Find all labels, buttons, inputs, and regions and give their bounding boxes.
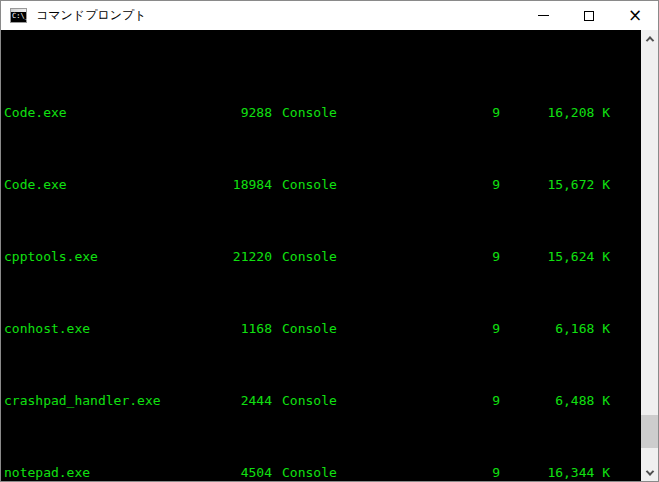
process-pid: 21220	[204, 248, 272, 266]
minimize-button[interactable]	[520, 1, 566, 30]
process-name: cpptools.exe	[4, 248, 204, 266]
process-mem-usage: 15,624 K	[500, 248, 610, 266]
process-session-name: Console	[282, 464, 412, 481]
minimize-icon	[538, 15, 549, 16]
process-session-number: 9	[412, 248, 500, 266]
process-name: Code.exe	[4, 176, 204, 194]
process-name: Code.exe	[4, 104, 204, 122]
process-session-number: 9	[412, 464, 500, 481]
process-name: conhost.exe	[4, 320, 204, 338]
process-session-name: Console	[282, 248, 412, 266]
column-gap	[272, 464, 282, 481]
table-row: notepad.exe 4504 Console 9 16,344 K	[4, 464, 641, 481]
process-session-number: 9	[412, 104, 500, 122]
close-icon: ×	[628, 7, 642, 24]
process-session-number: 9	[412, 176, 500, 194]
process-session-name: Console	[282, 104, 412, 122]
process-mem-usage: 6,488 K	[500, 392, 610, 410]
process-pid: 18984	[204, 176, 272, 194]
table-row: Code.exe 18984 Console 9 15,672 K	[4, 176, 641, 194]
scrollbar[interactable]	[641, 30, 658, 481]
maximize-button[interactable]	[566, 1, 612, 30]
window-controls: ×	[520, 1, 658, 30]
process-session-number: 9	[412, 392, 500, 410]
process-session-number: 9	[412, 320, 500, 338]
process-session-name: Console	[282, 176, 412, 194]
process-name: crashpad_handler.exe	[4, 392, 204, 410]
process-session-name: Console	[282, 392, 412, 410]
column-gap	[272, 104, 282, 122]
process-pid: 9288	[204, 104, 272, 122]
column-gap	[272, 392, 282, 410]
cmd-icon	[10, 8, 27, 23]
process-pid: 4504	[204, 464, 272, 481]
close-button[interactable]: ×	[612, 1, 658, 30]
process-pid: 1168	[204, 320, 272, 338]
scroll-up-button[interactable]	[641, 30, 658, 47]
chevron-down-icon	[645, 467, 653, 475]
table-row: cpptools.exe 21220 Console 9 15,624 K	[4, 248, 641, 266]
process-list: Code.exe 9288 Console 9 16,208 K Code.ex…	[4, 68, 641, 481]
console-output[interactable]: Code.exe 9288 Console 9 16,208 K Code.ex…	[1, 30, 641, 481]
process-pid: 2444	[204, 392, 272, 410]
process-mem-usage: 15,672 K	[500, 176, 610, 194]
table-row: crashpad_handler.exe 2444 Console 9 6,48…	[4, 392, 641, 410]
column-gap	[272, 248, 282, 266]
window-body: Code.exe 9288 Console 9 16,208 K Code.ex…	[1, 30, 658, 481]
scroll-thumb[interactable]	[641, 415, 658, 448]
process-mem-usage: 6,168 K	[500, 320, 610, 338]
chevron-up-icon	[645, 36, 653, 44]
process-name: notepad.exe	[4, 464, 204, 481]
titlebar[interactable]: コマンドプロンプト ×	[1, 1, 658, 30]
column-gap	[272, 320, 282, 338]
table-row: conhost.exe 1168 Console 9 6,168 K	[4, 320, 641, 338]
process-mem-usage: 16,344 K	[500, 464, 610, 481]
maximize-icon	[584, 11, 594, 21]
scroll-down-button[interactable]	[641, 464, 658, 481]
column-gap	[272, 176, 282, 194]
process-mem-usage: 16,208 K	[500, 104, 610, 122]
table-row: Code.exe 9288 Console 9 16,208 K	[4, 104, 641, 122]
cmd-window: コマンドプロンプト × Code.exe 9288 Console 9 16,2…	[0, 0, 659, 482]
process-session-name: Console	[282, 320, 412, 338]
window-title: コマンドプロンプト	[36, 7, 147, 24]
